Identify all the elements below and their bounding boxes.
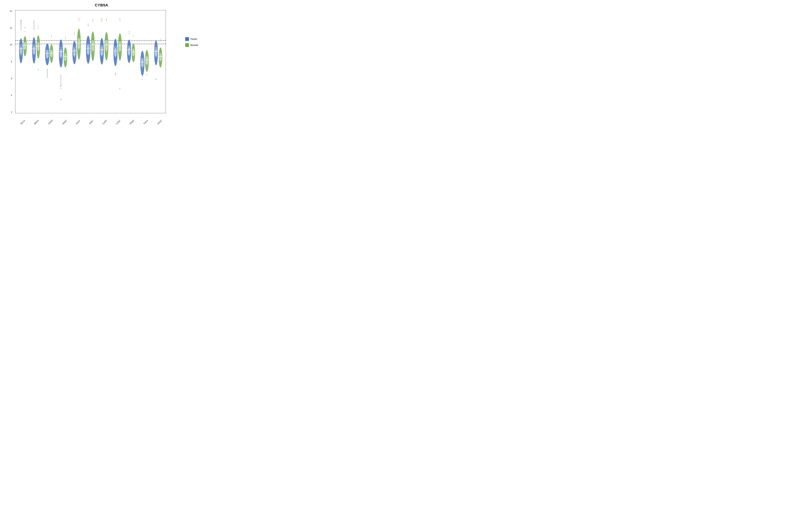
x-label-thca: THCA — [143, 119, 149, 125]
svg-point-3 — [21, 20, 21, 21]
svg-point-4 — [21, 22, 21, 22]
legend-normal-label: Normal — [190, 44, 198, 47]
legend-tumor-color — [185, 37, 189, 41]
legend-tumor-label: Tumor — [190, 38, 197, 40]
x-axis-labels: BLCA BRCA COAD HNSC KICH KIRC LUAD LUSC … — [15, 121, 166, 124]
svg-point-63 — [79, 18, 79, 19]
svg-point-18 — [34, 59, 34, 60]
svg-point-105 — [128, 47, 130, 56]
svg-point-94 — [115, 74, 116, 75]
svg-point-135 — [160, 41, 161, 41]
svg-point-9 — [24, 43, 26, 50]
y-tick-10: 10 — [10, 44, 12, 46]
y-tick-12: 12 — [10, 27, 12, 29]
svg-point-42 — [60, 49, 62, 58]
svg-point-99 — [119, 18, 120, 19]
svg-point-98 — [119, 42, 121, 52]
x-label-lusc: LUSC — [115, 119, 121, 125]
x-label-prad: PRAD — [129, 119, 135, 125]
svg-point-50 — [65, 54, 66, 61]
y-tick-8: 8 — [11, 61, 12, 63]
svg-point-111 — [133, 49, 134, 57]
chart-title: CYB5A — [0, 0, 203, 7]
svg-point-129 — [156, 79, 156, 79]
svg-point-36 — [51, 50, 52, 57]
svg-point-119 — [142, 79, 143, 80]
svg-point-57 — [74, 33, 75, 34]
legend-tumor: Tumor — [185, 37, 198, 41]
y-tick-4: 4 — [11, 94, 12, 96]
svg-point-11 — [25, 31, 26, 32]
y-tick-labels: 14 12 10 8 6 4 2 — [10, 10, 12, 113]
svg-point-38 — [51, 35, 52, 36]
svg-point-56 — [73, 48, 75, 57]
x-label-brca: BRCA — [34, 119, 39, 125]
svg-point-74 — [92, 40, 94, 52]
violin-plot — [15, 10, 166, 113]
legend-normal: Normal — [185, 43, 198, 47]
svg-point-80 — [101, 46, 103, 56]
svg-point-25 — [38, 28, 39, 29]
svg-point-17 — [34, 20, 34, 21]
chart-area — [15, 10, 166, 113]
svg-point-10 — [24, 27, 26, 28]
svg-point-64 — [79, 20, 79, 21]
svg-point-88 — [106, 20, 107, 21]
svg-point-15 — [33, 46, 35, 55]
svg-point-124 — [147, 74, 147, 75]
svg-point-112 — [133, 36, 134, 36]
svg-point-116 — [141, 59, 144, 68]
svg-point-123 — [146, 57, 148, 65]
svg-point-30 — [46, 50, 48, 59]
chart-container: CYB5A mRNA Expression (RNASeq V2, log2) … — [0, 0, 203, 127]
svg-point-46 — [60, 99, 61, 100]
svg-point-75 — [92, 19, 93, 20]
svg-point-81 — [101, 19, 102, 19]
svg-point-107 — [129, 33, 130, 34]
svg-point-100 — [119, 20, 120, 21]
svg-point-1 — [20, 46, 22, 55]
svg-point-128 — [155, 48, 157, 57]
svg-point-134 — [160, 39, 161, 39]
svg-point-51 — [65, 37, 66, 38]
x-label-kirc: KIRC — [89, 120, 94, 125]
svg-point-106 — [129, 32, 130, 32]
legend: Tumor Normal — [185, 37, 198, 47]
y-tick-2: 2 — [11, 111, 12, 113]
svg-point-133 — [160, 54, 161, 61]
svg-point-45 — [60, 89, 61, 89]
svg-point-87 — [106, 19, 107, 19]
svg-point-24 — [38, 26, 39, 27]
svg-point-69 — [88, 24, 89, 24]
svg-point-26 — [38, 69, 39, 70]
svg-point-62 — [78, 38, 80, 50]
svg-point-118 — [142, 76, 143, 77]
svg-point-76 — [93, 22, 93, 22]
x-label-coad: COAD — [48, 119, 53, 125]
x-label-ucec: UCEC — [157, 119, 162, 125]
svg-point-32 — [47, 77, 48, 77]
svg-point-93 — [115, 73, 116, 74]
svg-point-92 — [114, 48, 116, 57]
x-label-luad: LUAD — [102, 119, 107, 125]
x-label-blca: BLCA — [20, 119, 26, 125]
svg-point-44 — [60, 86, 61, 87]
svg-point-68 — [87, 44, 89, 55]
svg-point-101 — [119, 89, 120, 89]
svg-point-70 — [88, 25, 89, 26]
y-tick-14: 14 — [10, 10, 12, 12]
svg-point-23 — [38, 43, 39, 51]
svg-point-86 — [106, 40, 107, 52]
x-label-hnsc: HNSC — [62, 119, 67, 125]
legend-normal-color — [185, 43, 189, 47]
svg-point-117 — [142, 74, 143, 75]
svg-point-5 — [21, 23, 21, 24]
x-label-kich: KICH — [75, 120, 81, 125]
svg-point-19 — [34, 62, 34, 63]
svg-point-52 — [65, 39, 66, 40]
svg-point-82 — [101, 20, 102, 21]
y-tick-6: 6 — [11, 77, 12, 79]
svg-point-58 — [74, 35, 75, 35]
svg-point-37 — [51, 37, 52, 37]
